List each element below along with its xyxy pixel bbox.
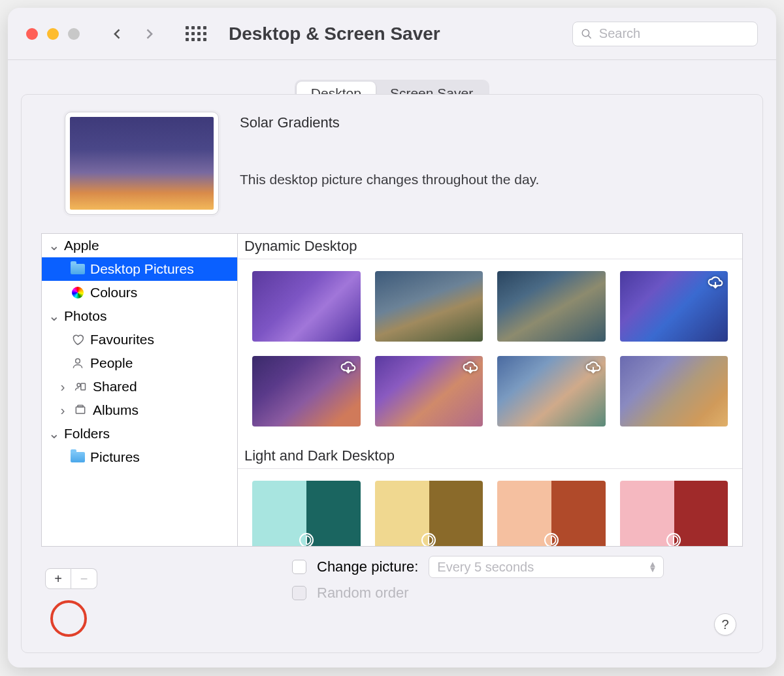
show-all-icon[interactable] bbox=[186, 26, 206, 41]
wallpaper-thumbnail[interactable] bbox=[497, 271, 606, 342]
appearance-mode-icon bbox=[666, 533, 681, 546]
wallpaper-thumbnail[interactable] bbox=[620, 271, 728, 342]
add-folder-button[interactable]: + bbox=[45, 568, 71, 589]
sidebar-item-label: Colours bbox=[90, 285, 137, 300]
chevron-right-icon: › bbox=[57, 379, 68, 394]
chevron-right-icon: › bbox=[57, 402, 68, 418]
search-input[interactable] bbox=[599, 26, 749, 41]
change-picture-checkbox[interactable] bbox=[292, 560, 306, 574]
svg-rect-6 bbox=[78, 406, 83, 408]
close-window-button[interactable] bbox=[26, 28, 38, 40]
heart-icon bbox=[71, 332, 85, 347]
appearance-mode-icon bbox=[544, 533, 559, 546]
preview-frame bbox=[65, 112, 219, 215]
wallpaper-thumbnail[interactable] bbox=[497, 481, 606, 546]
sidebar-item-label: People bbox=[90, 355, 133, 371]
thumbnail-grid bbox=[238, 469, 742, 546]
album-icon bbox=[73, 403, 88, 417]
sidebar-item-label: Favourites bbox=[90, 332, 154, 347]
sidebar-item-label: Albums bbox=[93, 402, 139, 418]
zoom-window-button[interactable] bbox=[68, 28, 80, 40]
stepper-arrows-icon: ▲▼ bbox=[648, 562, 657, 572]
random-order-checkbox bbox=[292, 586, 306, 600]
cloud-download-icon bbox=[585, 360, 602, 373]
person-icon bbox=[71, 356, 85, 370]
wallpaper-thumbnail[interactable] bbox=[620, 481, 728, 546]
folder-icon bbox=[71, 262, 85, 276]
sidebar-group-label: Apple bbox=[64, 238, 99, 253]
change-picture-label: Change picture: bbox=[317, 558, 418, 575]
interval-select[interactable]: Every 5 seconds ▲▼ bbox=[429, 556, 664, 578]
wallpaper-thumbnail[interactable] bbox=[375, 271, 483, 342]
minimize-window-button[interactable] bbox=[47, 28, 59, 40]
wallpaper-thumbnail[interactable] bbox=[252, 271, 361, 342]
preview-text: Solar Gradients This desktop picture cha… bbox=[240, 112, 539, 187]
interval-value: Every 5 seconds bbox=[437, 560, 534, 575]
options: Change picture: Every 5 seconds ▲▼ Rando… bbox=[292, 556, 664, 602]
appearance-mode-icon bbox=[299, 533, 314, 546]
sidebar-item[interactable]: Colours bbox=[42, 281, 237, 304]
wallpaper-thumbnail[interactable] bbox=[620, 356, 728, 427]
wallpaper-thumbnail[interactable] bbox=[375, 481, 483, 546]
wallpaper-description: This desktop picture changes throughout … bbox=[240, 172, 539, 187]
sidebar-group-label: Folders bbox=[64, 426, 110, 442]
pane-title: Desktop & Screen Saver bbox=[229, 24, 440, 44]
thumbnail-grid bbox=[238, 259, 742, 443]
svg-rect-5 bbox=[76, 407, 84, 413]
nav-buttons bbox=[111, 27, 155, 40]
wallpaper-thumbnail[interactable] bbox=[252, 481, 361, 546]
sidebar-item[interactable]: People bbox=[42, 351, 237, 375]
svg-rect-4 bbox=[81, 383, 86, 390]
window-controls bbox=[26, 28, 80, 40]
sidebar-item[interactable]: Favourites bbox=[42, 328, 237, 351]
svg-line-1 bbox=[588, 35, 591, 38]
svg-point-2 bbox=[76, 359, 80, 363]
folder-icon bbox=[71, 450, 85, 464]
gallery-section-header: Light and Dark Desktop bbox=[238, 443, 742, 469]
cloud-download-icon bbox=[707, 275, 724, 288]
titlebar: Desktop & Screen Saver bbox=[8, 8, 776, 60]
preview-image bbox=[70, 117, 214, 210]
chevron-down-icon: ⌄ bbox=[48, 426, 59, 442]
cloud-download-icon bbox=[462, 360, 479, 373]
wallpaper-name: Solar Gradients bbox=[240, 114, 539, 131]
appearance-mode-icon bbox=[421, 533, 436, 546]
wallpaper-thumbnail[interactable] bbox=[375, 356, 483, 427]
sidebar-group-header[interactable]: ⌄Photos bbox=[42, 304, 237, 328]
remove-folder-button[interactable]: − bbox=[71, 568, 97, 589]
gallery-section-header: Dynamic Desktop bbox=[238, 234, 742, 259]
forward-button[interactable] bbox=[142, 27, 155, 40]
help-button[interactable]: ? bbox=[714, 613, 736, 636]
wallpaper-thumbnail[interactable] bbox=[252, 356, 361, 427]
search-field[interactable] bbox=[572, 22, 758, 46]
split-view: ⌄AppleDesktop PicturesColours⌄PhotosFavo… bbox=[41, 233, 743, 547]
colour-wheel-icon bbox=[71, 285, 85, 300]
random-order-label: Random order bbox=[317, 585, 409, 602]
cloud-download-icon bbox=[340, 360, 357, 373]
back-button[interactable] bbox=[111, 27, 124, 40]
svg-point-3 bbox=[77, 383, 80, 387]
source-list[interactable]: ⌄AppleDesktop PicturesColours⌄PhotosFavo… bbox=[42, 234, 238, 546]
sidebar-item-label: Pictures bbox=[90, 449, 140, 465]
wallpaper-thumbnail[interactable] bbox=[497, 356, 606, 427]
svg-point-0 bbox=[582, 29, 589, 36]
gallery[interactable]: Dynamic DesktopLight and Dark Desktop bbox=[238, 234, 742, 546]
sidebar-item[interactable]: ›Shared bbox=[42, 375, 237, 398]
footer: + − Change picture: Every 5 seconds ▲▼ bbox=[41, 556, 743, 602]
content-panel: Solar Gradients This desktop picture cha… bbox=[21, 94, 763, 653]
sidebar-item-label: Shared bbox=[93, 379, 137, 394]
preview-row: Solar Gradients This desktop picture cha… bbox=[41, 112, 743, 215]
add-remove-buttons: + − bbox=[45, 568, 97, 589]
sidebar-group-header[interactable]: ⌄Folders bbox=[42, 422, 237, 445]
sidebar-group-header[interactable]: ⌄Apple bbox=[42, 234, 237, 257]
search-icon bbox=[581, 27, 593, 40]
shared-icon bbox=[73, 379, 88, 394]
sidebar-item-label: Desktop Pictures bbox=[90, 261, 194, 277]
chevron-down-icon: ⌄ bbox=[48, 238, 59, 253]
sidebar-item[interactable]: Pictures bbox=[42, 445, 237, 469]
annotation-highlight bbox=[50, 600, 87, 637]
sidebar-item[interactable]: ›Albums bbox=[42, 398, 237, 422]
chevron-down-icon: ⌄ bbox=[48, 308, 59, 324]
sidebar-group-label: Photos bbox=[64, 308, 106, 324]
sidebar-item[interactable]: Desktop Pictures bbox=[42, 257, 237, 281]
